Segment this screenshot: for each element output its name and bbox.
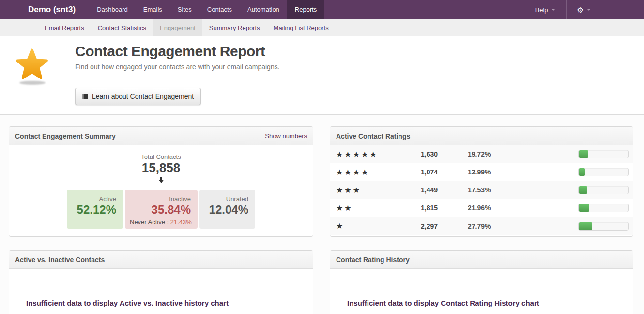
rating-percent: 17.53% <box>438 186 578 194</box>
star-rating-icon: ★★★★ <box>336 168 397 177</box>
subnav-item-summary-reports[interactable]: Summary Reports <box>202 19 267 36</box>
topnav-item-emails[interactable]: Emails <box>136 0 170 19</box>
box-label: Active <box>72 195 116 203</box>
rating-progress-bar <box>578 204 629 212</box>
rating-row-1-star: ★2,29727.79% <box>330 217 633 235</box>
rating-row-3-star: ★★★1,44917.53% <box>330 181 633 199</box>
page-header-main: Contact Engagement Report Find out how e… <box>75 36 635 105</box>
learn-about-engagement-button[interactable]: Learn about Contact Engagement <box>75 88 201 105</box>
page-header: Contact Engagement Report Find out how e… <box>0 36 644 115</box>
page-subtitle: Find out how engaged your contacts are w… <box>75 63 635 71</box>
ratings-table: ★★★★★1,63019.72%★★★★1,07412.99%★★★1,4491… <box>330 145 633 235</box>
panel-contact-rating-history: Contact Rating History Insufficient data… <box>330 250 633 314</box>
primary-nav: DashboardEmailsSitesContactsAutomationRe… <box>89 0 324 19</box>
rating-progress-fill <box>579 186 587 194</box>
rating-percent: 21.96% <box>438 204 578 212</box>
box-value: 52.12% <box>72 203 116 217</box>
box-value: 35.84% <box>130 203 191 217</box>
chevron-down-icon <box>587 9 591 11</box>
rating-count: 1,449 <box>397 186 438 194</box>
gold-star-icon <box>14 47 52 89</box>
chevron-down-icon <box>552 9 555 11</box>
panels-row-bottom: Active vs. Inactive Contacts Insufficien… <box>9 250 633 314</box>
help-menu-label: Help <box>535 6 548 14</box>
rating-progress-bar <box>578 186 629 194</box>
settings-menu[interactable]: ⚙ <box>567 0 601 19</box>
down-arrow-icon <box>9 177 313 186</box>
box-value: 12.04% <box>204 203 248 217</box>
rating-progress-fill <box>579 222 592 230</box>
rating-progress-fill <box>579 204 589 212</box>
subnav-item-engagement[interactable]: Engagement <box>153 19 202 36</box>
topnav-item-dashboard[interactable]: Dashboard <box>89 0 136 19</box>
panel-title: Contact Rating History <box>336 251 410 269</box>
rating-count: 1,074 <box>397 168 438 176</box>
rating-row-5-star: ★★★★★1,63019.72% <box>330 145 633 163</box>
never-active-stat: Never Active : 21.43% <box>130 219 191 226</box>
panel-title: Contact Engagement Summary <box>15 127 116 145</box>
learn-button-label: Learn about Contact Engagement <box>92 93 194 100</box>
rating-percent: 27.79% <box>438 222 578 230</box>
rating-row-4-star: ★★★★1,07412.99% <box>330 163 633 181</box>
rating-progress-bar <box>578 168 629 176</box>
panels-row-top: Contact Engagement Summary Show numbers … <box>9 126 633 237</box>
box-label: Inactive <box>130 195 191 203</box>
panel-engagement-summary: Contact Engagement Summary Show numbers … <box>9 126 313 237</box>
insufficient-data-message: Insufficient data to display Active vs. … <box>26 299 313 307</box>
rating-progress-bar <box>578 222 629 231</box>
rating-percent: 12.99% <box>438 168 578 176</box>
panel-header: Active vs. Inactive Contacts <box>9 251 313 269</box>
rating-count: 2,297 <box>397 222 438 230</box>
summary-box-unrated: Unrated12.04% <box>199 190 255 229</box>
star-rating-icon: ★★ <box>336 204 397 213</box>
page-title: Contact Engagement Report <box>75 43 635 60</box>
report-content: Contact Engagement Summary Show numbers … <box>0 115 644 314</box>
star-rating-icon: ★★★ <box>336 186 397 195</box>
topnav-item-automation[interactable]: Automation <box>240 0 287 19</box>
topnav-item-contacts[interactable]: Contacts <box>199 0 240 19</box>
summary-box-inactive: Inactive35.84%Never Active : 21.43% <box>125 190 198 229</box>
summary-body: Total Contacts 15,858 Active52.12%Inacti… <box>9 153 313 237</box>
summary-boxes: Active52.12%Inactive35.84%Never Active :… <box>9 190 313 229</box>
panel-header: Contact Rating History <box>330 251 633 269</box>
topnav-item-reports[interactable]: Reports <box>287 0 325 19</box>
panel-active-vs-inactive: Active vs. Inactive Contacts Insufficien… <box>9 250 313 314</box>
insufficient-data-message: Insufficient data to display Contact Rat… <box>347 299 633 307</box>
panel-title: Active vs. Inactive Contacts <box>15 251 105 269</box>
help-menu[interactable]: Help <box>524 0 566 19</box>
book-icon <box>82 93 88 100</box>
total-contacts-label: Total Contacts <box>9 153 313 160</box>
rating-row-2-star: ★★1,81521.96% <box>330 199 633 217</box>
star-rating-icon: ★ <box>336 221 397 231</box>
rating-progress-fill <box>579 150 588 158</box>
gear-icon: ⚙ <box>577 6 583 14</box>
show-numbers-link[interactable]: Show numbers <box>265 127 307 145</box>
rating-count: 1,630 <box>397 150 438 158</box>
panel-title: Active Contact Ratings <box>336 127 410 145</box>
header-divider <box>75 78 635 78</box>
subnav-item-email-reports[interactable]: Email Reports <box>38 19 91 36</box>
topnav-item-sites[interactable]: Sites <box>170 0 199 19</box>
rating-percent: 19.72% <box>438 150 578 158</box>
navbar-spacer <box>601 0 644 19</box>
rating-progress-bar <box>578 150 629 158</box>
reports-subnav: Email ReportsContact StatisticsEngagemen… <box>0 19 644 36</box>
panel-active-contact-ratings: Active Contact Ratings ★★★★★1,63019.72%★… <box>330 126 633 237</box>
topnav-right-group: Help ⚙ <box>524 0 644 19</box>
top-navbar: Demo (snt3) DashboardEmailsSitesContacts… <box>0 0 644 19</box>
panel-header: Contact Engagement Summary Show numbers <box>9 127 313 145</box>
total-contacts-value: 15,858 <box>9 160 313 175</box>
rating-progress-fill <box>579 168 585 176</box>
subnav-item-mailing-list-reports[interactable]: Mailing List Reports <box>267 19 336 36</box>
app-window: Demo (snt3) DashboardEmailsSitesContacts… <box>0 0 644 314</box>
summary-box-active: Active52.12% <box>67 190 123 229</box>
panel-header: Active Contact Ratings <box>330 127 633 145</box>
brand-logo[interactable]: Demo (snt3) <box>0 0 89 19</box>
rating-count: 1,815 <box>397 204 438 212</box>
box-label: Unrated <box>204 195 248 203</box>
star-rating-icon: ★★★★★ <box>336 150 397 159</box>
subnav-item-contact-statistics[interactable]: Contact Statistics <box>91 19 153 36</box>
